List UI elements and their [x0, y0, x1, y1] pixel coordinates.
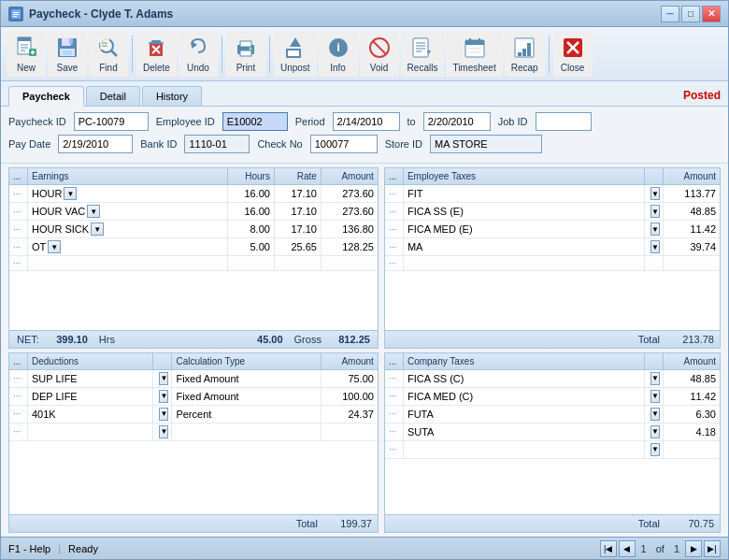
ctax-r1-arrow[interactable]: ▼ — [650, 390, 660, 403]
unpost-button[interactable]: Unpost — [274, 31, 317, 77]
earn-r2-dropdown[interactable]: ▼ — [91, 223, 104, 236]
earn-r3-dots[interactable]: ··· — [9, 238, 28, 255]
etax-r3-dropdown[interactable]: ▼ — [645, 238, 664, 255]
first-page-button[interactable]: |◀ — [600, 540, 617, 557]
timesheet-button[interactable]: Timesheet — [446, 31, 502, 77]
ctax-r0-dots[interactable]: ··· — [385, 370, 404, 387]
tab-detail[interactable]: Detail — [86, 86, 140, 106]
ctax-empty-dots[interactable]: ··· — [385, 441, 404, 458]
employee-id-input[interactable] — [222, 112, 288, 131]
employee-taxes-panel: ... Employee Taxes Amount ··· FIT ▼ 113.… — [384, 167, 721, 349]
ctax-r2-arrow[interactable]: ▼ — [650, 408, 660, 421]
check-no-input[interactable] — [310, 135, 378, 153]
ctax-r3-dots[interactable]: ··· — [385, 424, 404, 440]
earn-empty-dots[interactable]: ··· — [9, 256, 28, 270]
svg-rect-19 — [100, 38, 109, 50]
toolbar: New Save Find Delete Undo — [1, 27, 728, 81]
ded-r1-arrow[interactable]: ▼ — [159, 390, 168, 403]
ded-empty-dots[interactable]: ··· — [9, 424, 28, 440]
print-button[interactable]: Print — [226, 31, 265, 77]
etax-r0-arrow[interactable]: ▼ — [650, 187, 660, 200]
ctax-r2-dropdown[interactable]: ▼ — [645, 406, 664, 423]
etax-r0-dropdown[interactable]: ▼ — [645, 185, 664, 202]
delete-button[interactable]: Delete — [136, 31, 177, 77]
ded-r2-dropdown[interactable]: ▼ — [153, 406, 172, 423]
store-id-label: Store ID — [385, 138, 422, 150]
etax-empty-amount — [664, 256, 720, 270]
ded-empty-dropdown[interactable]: ▼ — [153, 424, 172, 440]
earn-r2-dots[interactable]: ··· — [9, 221, 28, 237]
etax-r3-arrow[interactable]: ▼ — [650, 240, 660, 253]
etax-r2-dots[interactable]: ··· — [385, 221, 404, 237]
ded-r2-dots[interactable]: ··· — [9, 406, 28, 423]
earn-r3-dropdown[interactable]: ▼ — [48, 240, 61, 253]
bank-id-input[interactable] — [184, 135, 250, 153]
last-page-button[interactable]: ▶| — [704, 540, 721, 557]
ded-r2-amount: 24.37 — [322, 406, 378, 423]
job-id-input[interactable] — [536, 112, 592, 131]
ded-r0-calc: Fixed Amount — [172, 370, 322, 387]
ctax-r2-dots[interactable]: ··· — [385, 406, 404, 423]
ctax-r3-dropdown[interactable]: ▼ — [645, 424, 664, 440]
earn-r1-dropdown[interactable]: ▼ — [87, 205, 100, 218]
recap-icon — [511, 35, 537, 61]
job-id-label: Job ID — [498, 116, 528, 127]
app-icon — [8, 7, 23, 22]
pay-date-input[interactable] — [58, 135, 133, 153]
etax-r0-dots[interactable]: ··· — [385, 185, 404, 202]
prev-page-button[interactable]: ◀ — [619, 540, 636, 557]
next-page-button[interactable]: ▶ — [685, 540, 702, 557]
ctax-empty-dropdown[interactable]: ▼ — [645, 441, 664, 458]
recap-button[interactable]: Recap — [505, 31, 545, 77]
ctax-footer: Total 70.75 — [385, 514, 720, 532]
ded-empty-arrow[interactable]: ▼ — [159, 425, 168, 438]
tab-history[interactable]: History — [142, 86, 202, 106]
window-close-button[interactable]: ✕ — [702, 6, 721, 22]
etax-r2-dropdown[interactable]: ▼ — [645, 221, 664, 237]
earn-r0-dots[interactable]: ··· — [9, 185, 28, 202]
svg-rect-52 — [518, 52, 522, 56]
etax-r1-dropdown[interactable]: ▼ — [645, 203, 664, 220]
earning-row-3: ··· OT ▼ 5.00 25.65 128.25 — [9, 238, 378, 256]
recalls-button[interactable]: Recalls — [401, 31, 445, 77]
paycheck-id-input[interactable] — [74, 112, 149, 131]
ded-r0-dots[interactable]: ··· — [9, 370, 28, 387]
ctax-row-empty: ··· ▼ — [385, 441, 720, 459]
etax-r2-arrow[interactable]: ▼ — [650, 223, 660, 236]
new-button[interactable]: New — [7, 31, 46, 77]
minimize-button[interactable]: ─ — [661, 6, 679, 22]
period-to-input[interactable] — [423, 112, 491, 131]
maximize-button[interactable]: □ — [681, 6, 700, 22]
close-button[interactable]: Close — [553, 31, 593, 77]
etax-r1-arrow[interactable]: ▼ — [650, 205, 660, 218]
etax-empty-dots[interactable]: ··· — [385, 256, 404, 270]
ded-r2-arrow[interactable]: ▼ — [159, 408, 168, 421]
ctax-r0-arrow[interactable]: ▼ — [650, 372, 660, 385]
ded-r0-arrow[interactable]: ▼ — [159, 372, 168, 385]
etax-r0-amount: 113.77 — [664, 185, 720, 202]
ded-r1-dots[interactable]: ··· — [9, 388, 28, 405]
etax-r2-amount: 11.42 — [664, 221, 720, 237]
etax-r3-dots[interactable]: ··· — [385, 238, 404, 255]
tab-paycheck[interactable]: Paycheck — [8, 86, 84, 107]
earn-r1-dots[interactable]: ··· — [9, 203, 28, 220]
ctax-r1-dots[interactable]: ··· — [385, 388, 404, 405]
void-button[interactable]: Void — [360, 31, 399, 77]
save-button[interactable]: Save — [48, 31, 87, 77]
ctax-r3-arrow[interactable]: ▼ — [650, 425, 660, 438]
period-from-input[interactable] — [333, 112, 400, 131]
close-label: Close — [561, 63, 585, 73]
ctax-r3-amount: 4.18 — [664, 424, 720, 440]
undo-button[interactable]: Undo — [179, 31, 218, 77]
ctax-r0-dropdown[interactable]: ▼ — [645, 370, 664, 387]
earn-r0-dropdown[interactable]: ▼ — [64, 187, 77, 200]
ctax-empty-arrow[interactable]: ▼ — [650, 443, 660, 456]
ded-r0-dropdown[interactable]: ▼ — [153, 370, 172, 387]
etax-r1-dots[interactable]: ··· — [385, 203, 404, 220]
pay-date-label: Pay Date — [8, 138, 50, 150]
find-button[interactable]: Find — [89, 31, 128, 77]
ctax-r1-dropdown[interactable]: ▼ — [645, 388, 664, 405]
ded-r1-dropdown[interactable]: ▼ — [153, 388, 172, 405]
store-id-input[interactable] — [430, 135, 542, 153]
info-button[interactable]: i Info — [319, 31, 358, 77]
